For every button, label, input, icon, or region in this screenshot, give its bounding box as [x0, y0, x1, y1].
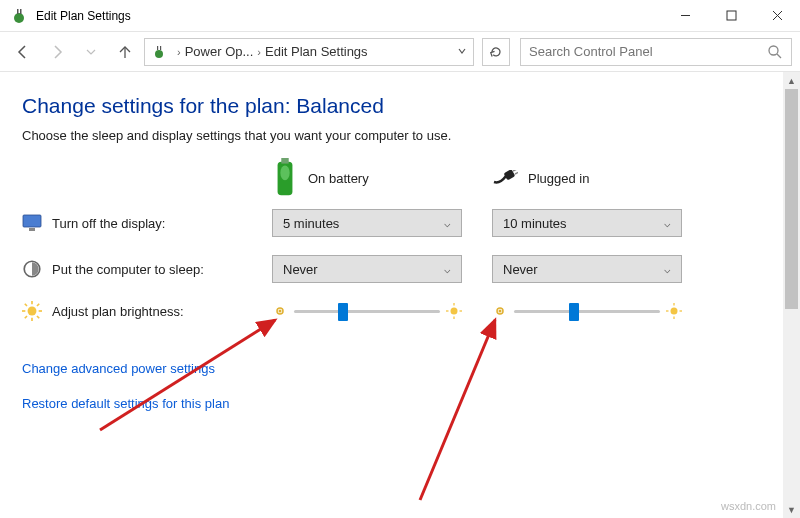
plug-icon: [492, 165, 518, 191]
svg-rect-2: [20, 9, 22, 14]
svg-line-17: [513, 170, 517, 171]
svg-point-39: [499, 310, 502, 313]
links-section: Change advanced power settings Restore d…: [22, 361, 778, 411]
chevron-right-icon: ›: [257, 46, 261, 58]
watermark: wsxdn.com: [721, 500, 776, 512]
vertical-scrollbar[interactable]: ▲ ▼: [783, 72, 800, 518]
display-plugged-dropdown[interactable]: 10 minutes ⌵: [492, 209, 682, 237]
advanced-settings-link[interactable]: Change advanced power settings: [22, 361, 778, 376]
breadcrumb-leaf[interactable]: Edit Plan Settings: [265, 44, 368, 59]
svg-line-12: [777, 54, 781, 58]
address-breadcrumb[interactable]: › Power Op... › Edit Plan Settings: [144, 38, 474, 66]
row-display-label: Turn off the display:: [22, 213, 262, 233]
brightness-icon: [22, 301, 42, 321]
page-title: Change settings for the plan: Balanced: [22, 94, 778, 118]
svg-rect-1: [17, 9, 19, 14]
brightness-plugged-slider[interactable]: [514, 301, 660, 321]
column-header-plugged-label: Plugged in: [528, 171, 589, 186]
maximize-button[interactable]: [708, 0, 754, 31]
window-title: Edit Plan Settings: [36, 9, 662, 23]
refresh-button[interactable]: [482, 38, 510, 66]
breadcrumb-dropdown-icon[interactable]: [457, 44, 467, 59]
sleep-battery-dropdown[interactable]: Never ⌵: [272, 255, 462, 283]
back-button[interactable]: [8, 37, 38, 67]
row-brightness-label: Adjust plan brightness:: [22, 301, 262, 321]
sleep-plugged-dropdown[interactable]: Never ⌵: [492, 255, 682, 283]
battery-icon: [272, 165, 298, 191]
breadcrumb-plug-icon: [151, 44, 167, 60]
display-battery-value: 5 minutes: [283, 216, 339, 231]
sleep-plugged-value: Never: [503, 262, 538, 277]
svg-point-15: [280, 165, 289, 180]
svg-point-22: [28, 307, 37, 316]
search-box[interactable]: [520, 38, 792, 66]
svg-line-28: [37, 316, 39, 318]
svg-point-32: [279, 310, 282, 313]
svg-rect-10: [160, 46, 161, 50]
svg-rect-19: [23, 215, 41, 227]
sleep-battery-value: Never: [283, 262, 318, 277]
chevron-down-icon: ⌵: [664, 263, 671, 276]
sun-bright-icon: [446, 303, 462, 319]
search-icon[interactable]: [767, 44, 783, 60]
brightness-plugged-cell: [492, 301, 682, 321]
brightness-battery-slider[interactable]: [294, 301, 440, 321]
scroll-down-icon[interactable]: ▼: [783, 501, 800, 518]
forward-button[interactable]: [42, 37, 72, 67]
chevron-right-icon: ›: [177, 46, 181, 58]
column-header-battery: On battery: [272, 165, 482, 191]
display-battery-dropdown[interactable]: 5 minutes ⌵: [272, 209, 462, 237]
recent-dropdown-icon[interactable]: [76, 37, 106, 67]
chevron-down-icon: ⌵: [444, 263, 451, 276]
search-input[interactable]: [529, 44, 767, 59]
close-button[interactable]: [754, 0, 800, 31]
sun-dim-icon: [492, 303, 508, 319]
svg-rect-9: [157, 46, 158, 50]
sun-dim-icon: [272, 303, 288, 319]
svg-rect-20: [29, 228, 35, 231]
chevron-down-icon: ⌵: [444, 217, 451, 230]
column-header-plugged: Plugged in: [492, 165, 702, 191]
svg-rect-16: [504, 170, 516, 180]
sun-bright-icon: [666, 303, 682, 319]
svg-point-40: [671, 308, 678, 315]
breadcrumb-root[interactable]: Power Op...: [185, 44, 254, 59]
svg-point-11: [769, 46, 778, 55]
chevron-down-icon: ⌵: [664, 217, 671, 230]
row-brightness-text: Adjust plan brightness:: [52, 304, 184, 319]
svg-point-0: [14, 13, 24, 23]
svg-line-18: [515, 172, 518, 174]
sleep-icon: [22, 259, 42, 279]
display-plugged-value: 10 minutes: [503, 216, 567, 231]
content-area: Change settings for the plan: Balanced C…: [0, 72, 800, 441]
minimize-button[interactable]: [662, 0, 708, 31]
svg-point-8: [155, 50, 163, 58]
row-sleep-text: Put the computer to sleep:: [52, 262, 204, 277]
svg-line-27: [25, 304, 27, 306]
monitor-icon: [22, 213, 42, 233]
svg-rect-14: [281, 158, 288, 164]
nav-bar: › Power Op... › Edit Plan Settings: [0, 32, 800, 72]
svg-line-29: [37, 304, 39, 306]
svg-line-30: [25, 316, 27, 318]
row-display-text: Turn off the display:: [52, 216, 165, 231]
svg-rect-4: [727, 11, 736, 20]
brightness-battery-cell: [272, 301, 462, 321]
row-sleep-label: Put the computer to sleep:: [22, 259, 262, 279]
app-plug-icon: [10, 7, 28, 25]
page-subtitle: Choose the sleep and display settings th…: [22, 128, 778, 143]
settings-grid: On battery Plugged in Turn off the displ…: [22, 165, 778, 321]
restore-defaults-link[interactable]: Restore default settings for this plan: [22, 396, 778, 411]
title-bar: Edit Plan Settings: [0, 0, 800, 32]
up-button[interactable]: [110, 37, 140, 67]
scrollbar-thumb[interactable]: [785, 89, 798, 309]
svg-point-33: [451, 308, 458, 315]
column-header-battery-label: On battery: [308, 171, 369, 186]
scroll-up-icon[interactable]: ▲: [783, 72, 800, 89]
